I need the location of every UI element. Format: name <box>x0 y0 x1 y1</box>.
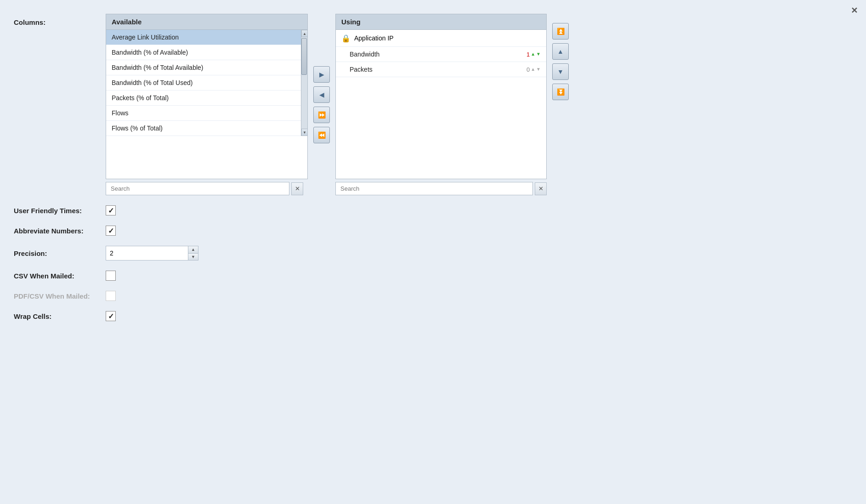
move-all-right-button[interactable]: ⏩ <box>313 107 330 123</box>
csv-when-mailed-checkbox[interactable] <box>106 271 116 281</box>
precision-spinners: ▲ ▼ <box>188 246 198 260</box>
move-all-left-button[interactable]: ⏪ <box>313 127 330 143</box>
using-panel-header: Using <box>336 14 546 30</box>
list-item[interactable]: Flows (% of Total) <box>106 121 301 136</box>
wrap-cells-row: Wrap Cells: <box>14 311 852 321</box>
precision-input[interactable] <box>106 246 188 260</box>
scrollbar-thumb[interactable] <box>301 38 307 75</box>
list-item-label: Packets (% of Total) <box>112 94 169 102</box>
dialog: ✕ Columns: Available Average Link Utiliz… <box>0 0 866 504</box>
abbreviate-numbers-label: Abbreviate Numbers: <box>14 227 106 235</box>
available-list-with-scroll: Average Link Utilization Bandwidth (% of… <box>106 30 307 136</box>
list-item[interactable]: Bandwidth (% of Total Used) <box>106 75 301 91</box>
list-item[interactable]: Flows <box>106 106 301 121</box>
precision-label: Precision: <box>14 249 106 257</box>
pdf-csv-when-mailed-checkbox <box>106 291 116 301</box>
available-panel-header: Available <box>106 14 307 30</box>
csv-when-mailed-row: CSV When Mailed: <box>14 271 852 281</box>
move-right-button[interactable]: ▶ <box>313 66 330 83</box>
columns-label: Columns: <box>14 14 106 26</box>
transfer-buttons: ▶ ◀ ⏩ ⏪ <box>308 62 335 148</box>
list-item[interactable]: Average Link Utilization <box>106 30 301 45</box>
close-button[interactable]: ✕ <box>851 6 858 16</box>
using-search-row: ✕ <box>335 182 547 195</box>
list-item-label: Flows <box>112 109 129 117</box>
list-item-label: Bandwidth (% of Total Used) <box>112 79 192 86</box>
user-friendly-times-checkbox[interactable] <box>106 205 116 215</box>
list-item-label: Average Link Utilization <box>112 34 179 41</box>
abbreviate-numbers-checkbox[interactable] <box>106 226 116 236</box>
lock-icon: 🔒 <box>341 34 351 43</box>
available-list-items: Average Link Utilization Bandwidth (% of… <box>106 30 301 136</box>
using-panel-wrapper: Using 🔒 Application IP Bandwidth 1 ▲ ▼ <box>335 14 547 195</box>
order-buttons: ⏫ ▲ ▼ ⏬ <box>547 14 574 105</box>
pdf-csv-when-mailed-label: PDF/CSV When Mailed: <box>14 292 106 300</box>
using-search-clear[interactable]: ✕ <box>535 182 547 195</box>
list-item[interactable]: Bandwidth (% of Available) <box>106 45 301 60</box>
user-friendly-times-label: User Friendly Times: <box>14 207 106 215</box>
move-to-bottom-button[interactable]: ⏬ <box>552 84 569 100</box>
using-item-controls: 1 ▲ ▼ <box>521 51 541 58</box>
csv-when-mailed-label: CSV When Mailed: <box>14 272 106 280</box>
scrollbar-up-arrow[interactable]: ▲ <box>301 30 308 37</box>
scrollbar-down-arrow[interactable]: ▼ <box>301 129 308 136</box>
wrap-cells-checkbox[interactable] <box>106 311 116 321</box>
scrollbar-track: ▲ ▼ <box>301 30 307 136</box>
precision-down-button[interactable]: ▼ <box>188 254 198 260</box>
list-item-label: Bandwidth (% of Total Available) <box>112 64 204 71</box>
sort-up-arrow[interactable]: ▲ <box>531 52 535 57</box>
using-item-num: 0 <box>521 66 530 73</box>
using-search-input[interactable] <box>335 182 533 195</box>
using-locked-item: 🔒 Application IP <box>336 30 546 47</box>
available-search-row: ✕ <box>106 182 308 195</box>
move-up-button[interactable]: ▲ <box>552 43 569 60</box>
using-list-item[interactable]: Packets 0 ▲ ▼ <box>336 62 546 77</box>
user-friendly-times-row: User Friendly Times: <box>14 205 852 215</box>
precision-wrap: ▲ ▼ <box>106 246 198 260</box>
available-panel: Available Average Link Utilization Bandw… <box>106 14 308 179</box>
precision-up-button[interactable]: ▲ <box>188 246 198 254</box>
move-left-button[interactable]: ◀ <box>313 86 330 103</box>
abbreviate-numbers-row: Abbreviate Numbers: <box>14 226 852 236</box>
wrap-cells-label: Wrap Cells: <box>14 312 106 320</box>
using-item-num: 1 <box>521 51 530 58</box>
available-panel-wrapper: Available Average Link Utilization Bandw… <box>106 14 308 195</box>
precision-row: Precision: ▲ ▼ <box>14 246 852 260</box>
using-locked-label: Application IP <box>354 34 394 42</box>
available-search-input[interactable] <box>106 182 289 195</box>
list-item-label: Flows (% of Total) <box>112 125 163 132</box>
move-to-top-button[interactable]: ⏫ <box>552 23 569 40</box>
move-down-button[interactable]: ▼ <box>552 63 569 80</box>
pdf-csv-when-mailed-row: PDF/CSV When Mailed: <box>14 291 852 301</box>
using-item-label: Packets <box>350 66 521 73</box>
sort-down-arrow[interactable]: ▼ <box>536 52 541 57</box>
sort-down-arrow[interactable]: ▼ <box>536 67 541 72</box>
list-item[interactable]: Bandwidth (% of Total Available) <box>106 60 301 75</box>
list-item-label: Bandwidth (% of Available) <box>112 49 188 56</box>
using-item-label: Bandwidth <box>350 51 521 58</box>
columns-section: Columns: Available Average Link Utilizat… <box>14 14 852 195</box>
using-list-item[interactable]: Bandwidth 1 ▲ ▼ <box>336 47 546 62</box>
using-panel: Using 🔒 Application IP Bandwidth 1 ▲ ▼ <box>335 14 547 179</box>
available-search-clear[interactable]: ✕ <box>291 182 303 195</box>
using-item-controls: 0 ▲ ▼ <box>521 66 541 73</box>
list-item[interactable]: Packets (% of Total) <box>106 91 301 106</box>
sort-up-arrow[interactable]: ▲ <box>531 67 535 72</box>
